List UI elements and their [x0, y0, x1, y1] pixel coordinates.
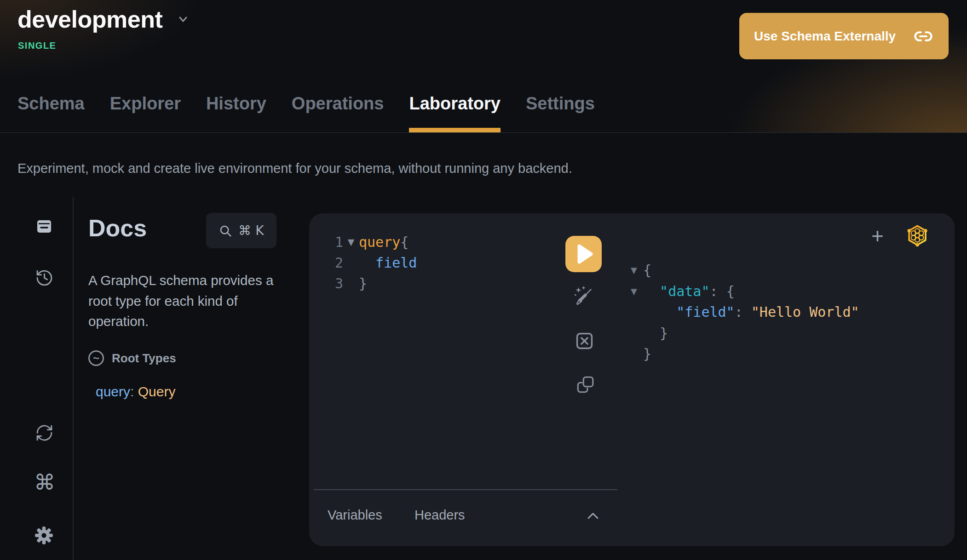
- json-token: :: [710, 281, 726, 302]
- variables-tab[interactable]: Variables: [328, 506, 382, 524]
- target-type-badge: SINGLE: [18, 40, 56, 51]
- code-token: field: [359, 252, 417, 273]
- editor-line[interactable]: 2 field: [309, 252, 417, 273]
- docs-description: A GraphQL schema provides a root type fo…: [88, 270, 286, 332]
- docs-search-button[interactable]: ⌘ K: [206, 213, 276, 248]
- tab-schema[interactable]: Schema: [17, 90, 85, 133]
- merge-icon: [574, 331, 595, 351]
- history-icon: [35, 269, 54, 287]
- root-type-separator: :: [130, 384, 138, 399]
- settings-sidebar-button[interactable]: [34, 526, 54, 545]
- prettify-button[interactable]: [571, 285, 595, 309]
- response-line: ▼ "data": {: [631, 281, 859, 302]
- code-token: {: [400, 232, 409, 252]
- hive-logo-button[interactable]: [905, 223, 929, 247]
- line-number: 2: [309, 252, 343, 273]
- code-token: query: [359, 232, 400, 252]
- editor-footer-divider: [314, 489, 617, 490]
- docs-panel-title: Docs: [88, 214, 147, 242]
- project-selector[interactable]: development: [17, 6, 191, 33]
- response-line: }: [631, 343, 859, 365]
- editor-line[interactable]: 3}: [309, 273, 417, 294]
- root-type-name[interactable]: Query: [138, 384, 176, 399]
- json-token: }: [643, 323, 668, 344]
- command-icon: ⌘: [34, 472, 55, 493]
- root-types-header: ~ Root Types: [88, 350, 176, 366]
- json-token: :: [735, 302, 751, 323]
- fold-spacer: [343, 252, 359, 273]
- editor-line[interactable]: 1▼query{: [309, 232, 417, 252]
- merge-fragments-button[interactable]: [574, 331, 595, 351]
- fold-toggle-icon[interactable]: ▼: [343, 232, 359, 252]
- main-nav-tabs: Schema Explorer History Operations Labor…: [17, 90, 595, 133]
- json-token: {: [643, 260, 651, 281]
- docs-sidebar-button[interactable]: [35, 217, 53, 236]
- fold-spacer: [631, 343, 643, 365]
- project-title: development: [17, 6, 162, 33]
- tab-history[interactable]: History: [206, 90, 266, 133]
- shortcuts-button[interactable]: ⌘: [34, 472, 55, 493]
- response-line: "field": "Hello World": [631, 302, 859, 323]
- fold-spacer: [631, 302, 643, 323]
- fold-toggle-icon[interactable]: ▼: [631, 260, 643, 281]
- refresh-icon: [35, 423, 54, 442]
- tab-operations[interactable]: Operations: [292, 90, 384, 133]
- json-token: }: [643, 343, 651, 365]
- refetch-schema-button[interactable]: [35, 423, 54, 442]
- response-line: ▼{: [631, 260, 859, 281]
- tab-explorer[interactable]: Explorer: [110, 90, 181, 133]
- link-icon: [914, 27, 933, 46]
- json-token: "Hello World": [751, 302, 859, 323]
- fold-toggle-icon[interactable]: ▼: [631, 281, 643, 302]
- copy-query-button[interactable]: [576, 375, 595, 394]
- root-types-icon: ~: [88, 350, 104, 366]
- graphiql-editor-card: 1▼query{ 2 field 3}: [309, 213, 955, 546]
- collapse-panel-button[interactable]: [585, 510, 601, 521]
- fold-spacer: [343, 273, 359, 294]
- root-type-field: query: [96, 384, 130, 399]
- chevron-up-icon: [585, 510, 601, 521]
- history-sidebar-button[interactable]: [35, 269, 54, 287]
- sidebar-divider: [73, 197, 74, 560]
- play-icon: [565, 236, 602, 272]
- query-editor[interactable]: 1▼query{ 2 field 3}: [309, 232, 417, 294]
- tab-settings[interactable]: Settings: [526, 90, 595, 133]
- json-token: "field": [643, 302, 735, 323]
- code-token: }: [359, 273, 367, 294]
- json-token: "data": [643, 281, 710, 302]
- response-line: }: [631, 323, 859, 344]
- use-schema-externally-label: Use Schema Externally: [754, 29, 896, 44]
- add-tab-button[interactable]: +: [871, 225, 884, 246]
- page-header: development SINGLE Use Schema Externally…: [0, 0, 967, 133]
- hive-hexagon-icon: [905, 223, 929, 247]
- headers-tab[interactable]: Headers: [414, 506, 465, 524]
- fold-spacer: [631, 323, 643, 344]
- sparkle-broom-icon: [571, 285, 595, 309]
- copy-icon: [576, 375, 595, 394]
- response-viewer: ▼{ ▼ "data": { "field": "Hello World" } …: [631, 260, 859, 365]
- execute-query-button[interactable]: [565, 236, 602, 272]
- json-token: {: [726, 281, 735, 302]
- search-shortcut-label: ⌘ K: [238, 223, 264, 238]
- line-number: 3: [309, 273, 343, 294]
- search-icon: [219, 224, 232, 238]
- laboratory-page: development SINGLE Use Schema Externally…: [0, 0, 967, 560]
- page-subtitle: Experiment, mock and create live environ…: [17, 159, 572, 177]
- root-type-query-link[interactable]: query: Query: [96, 384, 175, 400]
- use-schema-externally-button[interactable]: Use Schema Externally: [739, 13, 949, 59]
- root-types-label: Root Types: [112, 351, 176, 366]
- tab-laboratory[interactable]: Laboratory: [409, 90, 500, 133]
- book-icon: [35, 217, 53, 236]
- line-number: 1: [309, 232, 343, 252]
- gear-icon: [34, 526, 54, 545]
- chevron-down-icon[interactable]: [175, 11, 191, 27]
